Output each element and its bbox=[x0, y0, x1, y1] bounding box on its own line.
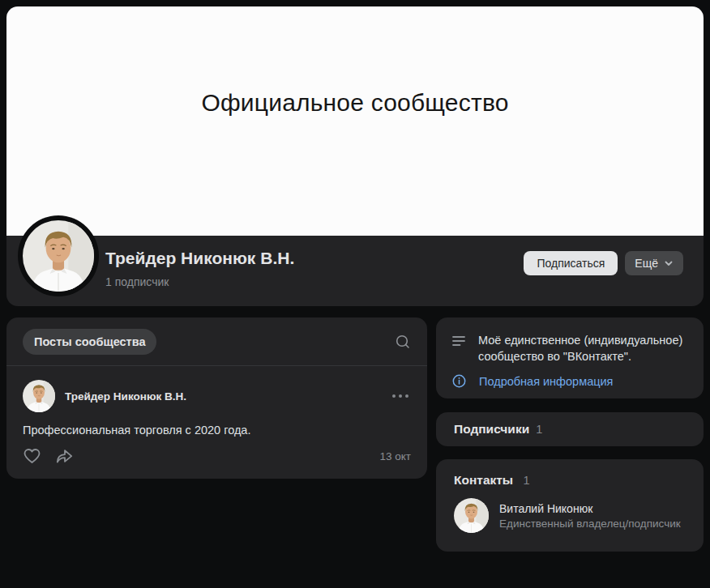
contact-name: Виталий Никонюк bbox=[499, 502, 681, 515]
post-menu-icon[interactable] bbox=[390, 390, 411, 402]
subscribers-count: 1 bbox=[536, 423, 542, 436]
contacts-title: Контакты bbox=[454, 473, 513, 487]
header-actions: Подписаться Ещё bbox=[524, 251, 683, 275]
contact-role: Единственный владелец/подписчик bbox=[499, 518, 681, 530]
cover-banner: Официальное сообщество bbox=[6, 6, 704, 236]
community-name: Трейдер Никонюк В.Н. bbox=[105, 249, 294, 268]
contact-avatar bbox=[454, 498, 489, 533]
cover-title: Официальное сообщество bbox=[6, 89, 704, 117]
subscribers-count-text[interactable]: 1 подписчик bbox=[105, 275, 294, 288]
subscribe-button[interactable]: Подписаться bbox=[524, 251, 618, 275]
community-header: Трейдер Никонюк В.Н. 1 подписчик Подписа… bbox=[6, 236, 704, 306]
post-header: Трейдер Никонюк В.Н. bbox=[23, 380, 411, 412]
search-icon[interactable] bbox=[395, 334, 411, 350]
posts-card: Посты сообщества Трейдер Никонюк В.Н. Пр… bbox=[6, 317, 427, 479]
community-avatar[interactable] bbox=[18, 215, 99, 296]
community-header-text: Трейдер Никонюк В.Н. 1 подписчик bbox=[105, 249, 294, 288]
contacts-card: Контакты 1 Виталий Никонюк Единственный … bbox=[436, 459, 704, 552]
post: Трейдер Никонюк В.Н. Профессиональная то… bbox=[6, 366, 427, 465]
post-text: Профессиональная торговля с 2020 года. bbox=[23, 424, 411, 437]
posts-card-header: Посты сообщества bbox=[6, 317, 427, 366]
subscribers-title: Подписчики bbox=[454, 422, 529, 437]
contact-info: Виталий Никонюк Единственный владелец/по… bbox=[499, 502, 681, 530]
like-icon[interactable] bbox=[23, 447, 41, 465]
more-button-label: Ещё bbox=[635, 257, 658, 270]
community-avatar-image bbox=[23, 220, 94, 292]
post-author-name[interactable]: Трейдер Никонюк В.Н. bbox=[65, 390, 186, 403]
about-description-row: Моё единственное (индивидуальное) сообще… bbox=[452, 333, 687, 364]
about-card: Моё единственное (индивидуальное) сообще… bbox=[436, 317, 704, 398]
post-date[interactable]: 13 окт bbox=[379, 450, 411, 462]
community-description: Моё единственное (индивидуальное) сообще… bbox=[478, 333, 687, 364]
community-page: Официальное сообщество Трейдер Никонюк В… bbox=[0, 0, 710, 588]
more-button[interactable]: Ещё bbox=[625, 251, 683, 275]
share-icon[interactable] bbox=[55, 447, 74, 465]
detailed-info-link[interactable]: Подробная информация bbox=[479, 375, 613, 388]
post-actions: 13 окт bbox=[23, 447, 411, 465]
post-author-avatar[interactable] bbox=[23, 380, 55, 412]
chevron-down-icon bbox=[664, 258, 674, 268]
description-lines-icon bbox=[452, 335, 465, 347]
contacts-count: 1 bbox=[524, 474, 530, 487]
contact-row[interactable]: Виталий Никонюк Единственный владелец/по… bbox=[454, 498, 686, 533]
contacts-header: Контакты 1 bbox=[454, 473, 686, 488]
subscribers-card[interactable]: Подписчики 1 bbox=[436, 412, 704, 446]
info-icon bbox=[452, 374, 466, 388]
detailed-info-link-row[interactable]: Подробная информация bbox=[452, 374, 687, 388]
posts-filter-chip[interactable]: Посты сообщества bbox=[23, 329, 156, 355]
